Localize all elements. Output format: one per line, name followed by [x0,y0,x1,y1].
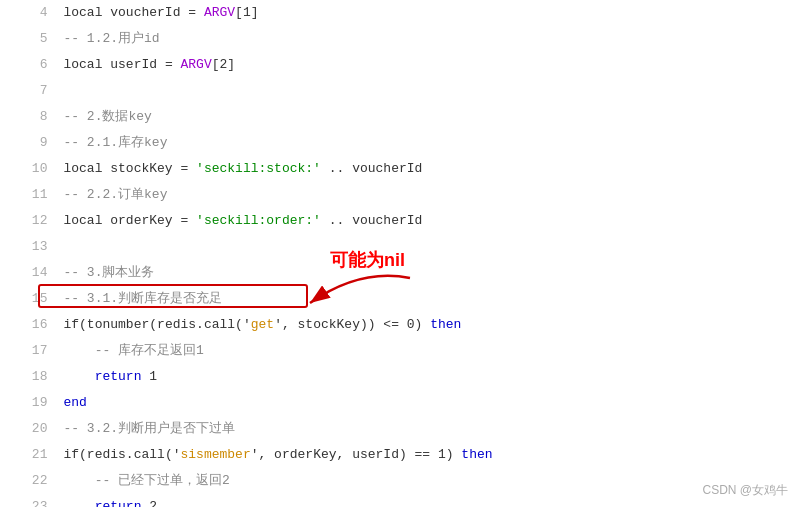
table-row: 16if(tonumber(redis.call('get', stockKey… [0,312,796,338]
line-number: 13 [0,234,59,260]
code-token: = [173,161,196,176]
code-token: -- 库存不足返回1 [63,343,203,358]
code-token: .. voucherId [321,213,422,228]
line-number: 10 [0,156,59,182]
code-token: 2 [149,499,157,507]
line-number: 5 [0,26,59,52]
line-code [59,234,796,260]
code-token: -- 3.2.判断用户是否下过单 [63,421,235,436]
code-token: if( [63,447,86,462]
line-number: 12 [0,208,59,234]
code-token: local [63,5,110,20]
table-row: 8-- 2.数据key [0,104,796,130]
code-token: [ [212,57,220,72]
code-table: 4local voucherId = ARGV[1]5-- 1.2.用户id6l… [0,0,796,507]
code-token: if( [63,317,86,332]
code-token: ] [227,57,235,72]
code-container: 4local voucherId = ARGV[1]5-- 1.2.用户id6l… [0,0,796,507]
code-token: <= 0) [376,317,431,332]
code-token: -- 2.数据key [63,109,151,124]
code-token: -- 2.2.订单key [63,187,167,202]
line-code: -- 3.脚本业务 [59,260,796,286]
code-token: voucherId [110,5,180,20]
line-number: 9 [0,130,59,156]
code-token: return [63,499,149,507]
code-token: -- 3.脚本业务 [63,265,154,280]
table-row: 21if(redis.call('sismember', orderKey, u… [0,442,796,468]
line-number: 21 [0,442,59,468]
line-number: 17 [0,338,59,364]
line-code: local userId = ARGV[2] [59,52,796,78]
code-token: ', orderKey, userId) == 1) [251,447,462,462]
table-row: 14-- 3.脚本业务 [0,260,796,286]
code-token: call [134,447,165,462]
code-token: tonumber [87,317,149,332]
table-row: 5-- 1.2.用户id [0,26,796,52]
line-code: if(tonumber(redis.call('get', stockKey))… [59,312,796,338]
line-number: 19 [0,390,59,416]
line-code [59,78,796,104]
code-token: userId [110,57,157,72]
line-number: 8 [0,104,59,130]
line-code: -- 2.1.库存key [59,130,796,156]
line-number: 14 [0,260,59,286]
table-row: 12local orderKey = 'seckill:order:' .. v… [0,208,796,234]
code-token: = [157,57,180,72]
line-code: return 2 [59,494,796,507]
line-code: -- 3.2.判断用户是否下过单 [59,416,796,442]
line-code: local voucherId = ARGV[1] [59,0,796,26]
code-token: local [63,161,110,176]
line-number: 16 [0,312,59,338]
line-code: local stockKey = 'seckill:stock:' .. vou… [59,156,796,182]
code-token: local [63,213,110,228]
code-token: (redis. [149,317,204,332]
table-row: 19end [0,390,796,416]
line-number: 7 [0,78,59,104]
table-row: 13 [0,234,796,260]
table-row: 15-- 3.1.判断库存是否充足 [0,286,796,312]
code-token: then [461,447,492,462]
table-row: 20-- 3.2.判断用户是否下过单 [0,416,796,442]
line-code: -- 2.数据key [59,104,796,130]
code-token: -- 已经下过单，返回2 [63,473,229,488]
line-code: -- 2.2.订单key [59,182,796,208]
code-token: ARGV [180,57,211,72]
code-token: = [173,213,196,228]
line-number: 15 [0,286,59,312]
code-token: 'seckill:order:' [196,213,321,228]
line-code: end [59,390,796,416]
code-token: [ [235,5,243,20]
code-token: call [204,317,235,332]
table-row: 10local stockKey = 'seckill:stock:' .. v… [0,156,796,182]
code-token: orderKey [110,213,172,228]
code-token: -- 2.1.库存key [63,135,167,150]
line-code: -- 已经下过单，返回2 [59,468,796,494]
code-token: .. voucherId [321,161,422,176]
line-number: 4 [0,0,59,26]
code-token: 'seckill:stock:' [196,161,321,176]
line-number: 6 [0,52,59,78]
line-number: 23 [0,494,59,507]
code-token: return [63,369,149,384]
code-token: then [430,317,461,332]
code-token: ] [251,5,259,20]
line-number: 11 [0,182,59,208]
code-token: -- 3.1.判断库存是否充足 [63,291,222,306]
code-token: = [180,5,203,20]
line-code: -- 3.1.判断库存是否充足 [59,286,796,312]
table-row: 17 -- 库存不足返回1 [0,338,796,364]
code-token: local [63,57,110,72]
table-row: 9-- 2.1.库存key [0,130,796,156]
code-token: get [251,317,274,332]
line-code: return 1 [59,364,796,390]
table-row: 23 return 2 [0,494,796,507]
line-code: -- 库存不足返回1 [59,338,796,364]
code-token: 1 [243,5,251,20]
code-token: -- 1.2.用户id [63,31,159,46]
code-token: redis. [87,447,134,462]
code-token: ', stockKey)) [274,317,375,332]
code-token: (' [235,317,251,332]
line-number: 20 [0,416,59,442]
table-row: 18 return 1 [0,364,796,390]
line-code: local orderKey = 'seckill:order:' .. vou… [59,208,796,234]
